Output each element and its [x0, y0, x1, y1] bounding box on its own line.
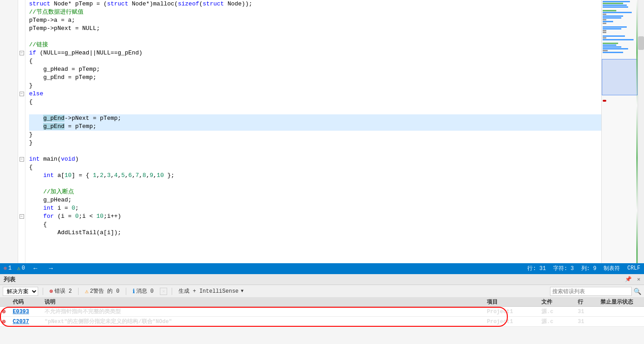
status-bar: ⊗ 1 ⚠ 0 ← → 行: 31 字符: 3 列: 9 制表符 CRLF — [0, 263, 644, 273]
row-file: 源.c — [540, 308, 576, 315]
table-row[interactable]: ⊗ C2037 "pNext"的左侧部分指定未定义的结构/联合"NOde" Pr… — [0, 317, 644, 327]
code-line: if (NULL==g_pHead||NULL==g_pEnd) — [29, 49, 601, 57]
search-button[interactable]: 🔍 — [634, 288, 641, 295]
scrollbar-thumb[interactable] — [638, 36, 644, 50]
error-filter-button[interactable]: ⊗ 错误 2 — [48, 286, 74, 296]
row-line: 31 — [576, 309, 599, 315]
code-line: pTemp->pNext = NULL; — [29, 25, 601, 33]
error-type-icon: ⊗ — [2, 308, 5, 315]
table-header: 代码 说明 项目 文件 行 禁止显示状态 — [0, 298, 644, 307]
code-line: int i = 0; — [29, 204, 601, 212]
status-position: 行: 31 字符: 3 列: 9 制表符 CRLF — [527, 265, 640, 272]
code-line: g_pEnd = pTemp; — [29, 74, 601, 82]
char-status: 字符: 3 — [553, 265, 574, 272]
code-line: g_pEnd->pNext = pTemp; — [29, 114, 601, 123]
tab-status: 制表符 — [604, 265, 620, 272]
code-line — [29, 33, 601, 41]
message-filter-label: 消息 0 — [136, 287, 154, 295]
code-line: //链接 — [29, 41, 601, 49]
table-row[interactable]: ⊗ E0393 不允许指针指向不完整的类类型 Project1 源.c 31 — [0, 307, 644, 317]
code-line: for (i = 0;i < 10;i++) — [29, 212, 601, 221]
code-line: g_pHead; — [29, 196, 601, 204]
error-panel: 列表 📌 ✕ 解决方案 ⊗ 错误 2 ⚠ 2警告 的 0 ℹ — [0, 273, 644, 344]
error-icon: ⊗ — [4, 265, 7, 272]
row-project: Project1 — [485, 309, 540, 315]
minimap — [601, 0, 638, 263]
row-description: "pNext"的左侧部分指定未定义的结构/联合"NOde" — [43, 318, 485, 325]
col-header-suppress: 禁止显示状态 — [599, 298, 644, 306]
panel-title: 列表 — [4, 275, 15, 284]
col-header-description: 说明 — [43, 298, 485, 306]
code-line: } — [29, 131, 601, 139]
filter-extra-button[interactable]: ✕ — [160, 288, 167, 295]
build-dropdown-arrow: ▼ — [241, 289, 243, 294]
row-description: 不允许指针指向不完整的类类型 — [43, 308, 485, 315]
row-icon: ⊗ — [0, 318, 11, 325]
code-line: { — [29, 163, 601, 172]
gutter: − − − − — [18, 0, 25, 263]
code-line: int a[10] = { 1,2,3,4,5,6,7,8,9,10 }; — [29, 172, 601, 180]
row-project: Project1 — [485, 319, 540, 325]
editor-container: − − − − struct Node* — [0, 0, 644, 344]
col-header-line: 行 — [576, 298, 599, 306]
error-rows-container: ⊗ E0393 不允许指针指向不完整的类类型 Project1 源.c 31 ⊗… — [0, 307, 644, 327]
navigate-forward-button[interactable]: → — [46, 264, 56, 273]
encoding-status: CRLF — [627, 265, 640, 271]
code-line: { — [29, 57, 601, 65]
warning-count-label: 0 — [22, 265, 25, 271]
toolbar-separator-2 — [78, 288, 79, 295]
code-line: struct Node* pTemp = (struct Node*)mallo… — [29, 0, 601, 8]
code-line: } — [29, 82, 601, 90]
code-line — [29, 180, 601, 188]
row-code[interactable]: E0393 — [11, 309, 43, 315]
line-numbers — [0, 0, 18, 263]
code-line: int main(void) — [29, 155, 601, 163]
navigate-back-button[interactable]: ← — [30, 264, 40, 273]
solution-dropdown[interactable]: 解决方案 — [3, 287, 38, 296]
toolbar-separator-3 — [126, 288, 126, 295]
panel-close-button[interactable]: ✕ — [637, 276, 640, 283]
col-header-code: 代码 — [11, 298, 43, 306]
panel-pin-button[interactable]: 📌 — [625, 276, 632, 283]
code-text-area[interactable]: struct Node* pTemp = (struct Node*)mallo… — [25, 0, 601, 263]
error-count[interactable]: ⊗ 1 — [4, 265, 11, 272]
row-line: 31 — [576, 319, 599, 325]
message-filter-icon: ℹ — [133, 288, 135, 295]
error-filter-label: 错误 2 — [54, 287, 72, 295]
code-line: g_pEnd = pTemp; — [29, 123, 601, 131]
build-filter-button[interactable]: 生成 + IntelliSense ▼ — [177, 286, 245, 296]
row-icon: ⊗ — [0, 308, 11, 315]
warning-icon: ⚠ — [17, 265, 20, 272]
code-line: else — [29, 90, 601, 98]
col-status: 列: 9 — [581, 265, 597, 272]
code-line: } — [29, 139, 601, 147]
warning-filter-icon: ⚠ — [85, 288, 89, 295]
panel-controls: 📌 ✕ — [625, 276, 640, 283]
panel-toolbar: 解决方案 ⊗ 错误 2 ⚠ 2警告 的 0 ℹ 消息 0 ✕ 生成 + Inte… — [0, 285, 644, 298]
build-filter-label: 生成 + IntelliSense — [178, 287, 238, 295]
code-line: //节点数据进行赋值 — [29, 8, 601, 16]
code-line: pTemp->a = a; — [29, 16, 601, 25]
warning-count[interactable]: ⚠ 0 — [17, 265, 25, 272]
code-line: { — [29, 98, 601, 106]
code-line: { — [29, 221, 601, 229]
col-header-file: 文件 — [540, 298, 576, 306]
code-line: g_pHead = pTemp; — [29, 65, 601, 74]
row-file: 源.c — [540, 318, 576, 325]
error-type-icon: ⊗ — [2, 318, 5, 325]
warning-filter-button[interactable]: ⚠ 2警告 的 0 — [83, 286, 121, 296]
error-table: 代码 说明 项目 文件 行 禁止显示状态 ⊗ E0393 不允许指针指向不完整的… — [0, 298, 644, 344]
code-editor[interactable]: − − − − struct Node* — [0, 0, 644, 263]
search-box: 🔍 — [550, 287, 641, 296]
search-errors-input[interactable] — [550, 287, 632, 296]
code-line — [29, 106, 601, 114]
code-line: //加入断点 — [29, 188, 601, 196]
warning-filter-label: 2警告 的 0 — [90, 287, 119, 295]
message-filter-button[interactable]: ℹ 消息 0 — [131, 286, 155, 296]
code-line: AddListTail(a[i]); — [29, 229, 601, 237]
error-count-label: 1 — [8, 265, 11, 271]
vertical-scrollbar[interactable] — [638, 0, 644, 263]
error-filter-icon: ⊗ — [50, 288, 53, 295]
code-line — [29, 147, 601, 155]
row-code[interactable]: C2037 — [11, 319, 43, 325]
